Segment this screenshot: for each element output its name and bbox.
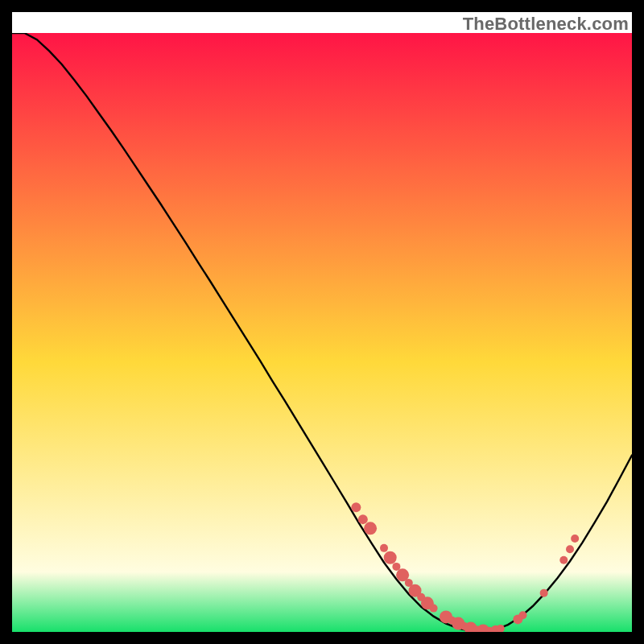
curve-marker [559, 556, 568, 564]
chart-frame: TheBottleneck.com [12, 12, 632, 632]
curve-marker [380, 544, 388, 552]
curve-marker [392, 563, 400, 571]
curve-marker [358, 514, 368, 524]
curve-marker [364, 522, 377, 535]
curve-marker [540, 589, 548, 597]
plot-area [12, 33, 632, 632]
curve-marker [384, 551, 397, 564]
attribution-label: TheBottleneck.com [463, 14, 629, 35]
curve-marker [571, 535, 579, 543]
curve-marker [566, 545, 574, 553]
curve-marker [351, 502, 361, 512]
chart-svg [12, 33, 632, 632]
curve-marker [430, 605, 438, 613]
curve-marker [518, 611, 526, 619]
